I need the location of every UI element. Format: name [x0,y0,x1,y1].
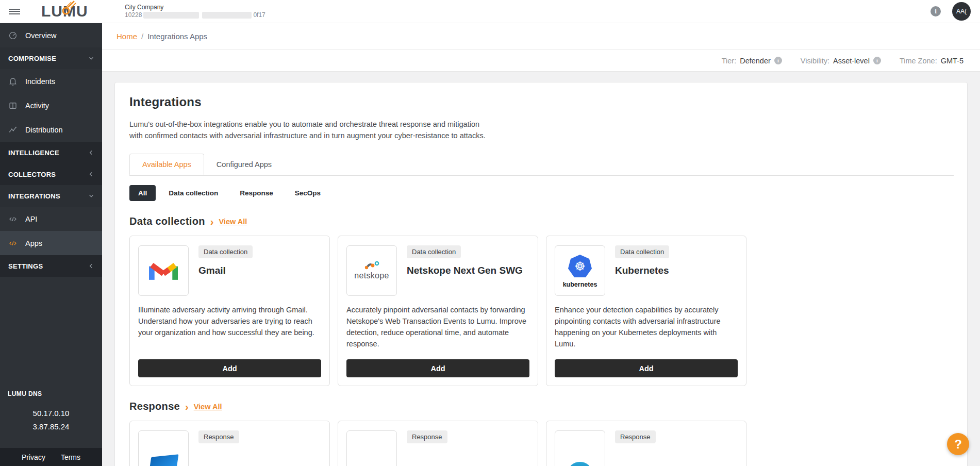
category-badge: Response [615,430,656,443]
lumu-dns-title: LUMU DNS [0,390,102,397]
tab-available-apps[interactable]: Available Apps [129,154,204,175]
columns-icon [8,101,18,110]
filter-response[interactable]: Response [231,185,282,201]
chevron-down-icon [88,55,95,62]
card-response-3: Response [546,421,746,466]
chevron-left-icon [88,171,95,178]
card-title: Gmail [198,264,321,277]
view-all-link[interactable]: View All [194,403,222,411]
card-response-2: Response [338,421,538,466]
privacy-link[interactable]: Privacy [22,453,45,461]
sidebar-item-activity[interactable]: Activity [0,93,102,118]
sidebar-item-label: Apps [25,239,42,247]
view-all-link[interactable]: View All [219,218,247,226]
bell-icon [8,77,18,86]
header-actions: AA( [931,2,980,21]
card-description: Enhance your detection capabilities by a… [555,304,738,359]
sidebar-item-incidents[interactable]: Incidents [0,69,102,93]
chevron-right-icon: › [210,217,214,227]
lumu-logo[interactable]: LUMU [41,4,103,19]
response-logo-2 [346,430,397,466]
kubernetes-wheel-icon: ☸ [574,259,586,274]
company-name: City Company [125,4,265,11]
sidebar-section-settings[interactable]: SETTINGS [0,255,102,277]
help-button[interactable] [947,433,969,455]
sidebar-footer: Privacy Terms [0,448,102,466]
company-id-suffix: 0f17 [253,11,265,19]
filter-data-collection[interactable]: Data collection [160,185,227,201]
timezone-status: Time Zone: GMT-5 [900,57,964,65]
sidebar-item-label: Distribution [25,126,63,134]
code-icon [8,214,18,224]
chevron-left-icon [88,262,95,270]
integrations-panel: Integrations Lumu's out-of-the-box integ… [114,82,968,466]
add-button[interactable]: Add [346,359,529,377]
card-title: Kubernetes [615,264,738,277]
sidebar: Overview COMPROMISE Incidents Activity [0,23,102,466]
sidebar-item-label: Incidents [25,77,55,86]
redacted-block [143,12,199,19]
breadcrumb: Home / Integrations Apps [102,23,980,50]
dns-ip-2: 3.87.85.24 [0,420,102,434]
sidebar-item-label: Activity [25,102,49,110]
sidebar-item-overview[interactable]: Overview [0,23,102,47]
chevron-right-icon: › [185,402,189,412]
section-response-header: Response › View All [129,401,954,412]
sidebar-item-apps[interactable]: Apps [0,231,102,255]
card-title: Netskope Next Gen SWG [407,264,529,277]
sidebar-section-label: INTELLIGENCE [8,149,59,157]
visibility-label: Visibility: [801,57,829,65]
gauge-icon [8,31,18,40]
sidebar-section-compromise[interactable]: COMPROMISE [0,47,102,69]
app-root: LUMU City Company 10228 0f17 AA( [0,0,980,466]
dns-ip-1: 50.17.0.10 [0,407,102,420]
netskope-wordmark: netskope [354,271,389,280]
filter-secops[interactable]: SecOps [286,185,329,201]
card-netskope: netskope Data collection Netskope Next G… [338,236,538,386]
avatar[interactable]: AA( [952,2,971,21]
hamburger-menu-icon[interactable] [0,7,29,15]
content-area: Integrations Lumu's out-of-the-box integ… [102,72,980,466]
company-id-prefix: 10228 [125,11,142,19]
terms-link[interactable]: Terms [61,453,80,461]
comet-icon [59,0,78,15]
card-description: Illuminate adversary activity arriving t… [138,304,321,359]
sidebar-section-integrations[interactable]: INTEGRATIONS [0,185,102,207]
add-button[interactable]: Add [555,359,738,377]
sidebar-item-distribution[interactable]: Distribution [0,118,102,142]
info-icon[interactable] [931,6,941,16]
response-logo-3 [555,430,605,466]
card-kubernetes: ☸ kubernetes Data collection Kubernetes … [546,236,746,386]
category-badge: Data collection [615,245,669,258]
status-bar: Tier: Defender Visibility: Asset-level T… [102,50,980,72]
data-collection-cards: Data collection Gmail Illuminate adversa… [129,236,954,386]
sidebar-section-label: INTEGRATIONS [8,192,60,200]
sidebar-item-label: Overview [25,31,56,40]
breadcrumb-home-link[interactable]: Home [117,32,137,41]
filter-all[interactable]: All [129,185,156,201]
top-header: LUMU City Company 10228 0f17 AA( [0,0,980,23]
lumu-dns-block: LUMU DNS 50.17.0.10 3.87.85.24 [0,390,102,448]
kubernetes-logo: ☸ kubernetes [555,245,605,296]
category-badge: Response [407,430,447,443]
category-badge: Data collection [198,245,253,258]
visibility-value: Asset-level [833,57,870,65]
info-icon[interactable] [873,57,881,64]
info-icon[interactable] [774,57,782,64]
category-badge: Response [198,430,239,443]
chevron-left-icon [88,149,95,156]
response-cards: Response Response [129,421,954,466]
add-button[interactable]: Add [138,359,321,377]
tab-configured-apps[interactable]: Configured Apps [204,154,284,175]
company-info: City Company 10228 0f17 [125,4,265,19]
card-gmail: Data collection Gmail Illuminate adversa… [129,236,330,386]
sidebar-section-collectors[interactable]: COLLECTORS [0,163,102,185]
card-response-1: Response [129,421,330,466]
sidebar-item-api[interactable]: API [0,207,102,231]
breadcrumb-current: Integrations Apps [147,32,207,41]
page-title: Integrations [129,95,954,109]
sidebar-section-intelligence[interactable]: INTELLIGENCE [0,142,102,163]
tabs: Available Apps Configured Apps [129,154,954,176]
redacted-block [202,12,252,19]
gmail-logo [138,245,189,296]
